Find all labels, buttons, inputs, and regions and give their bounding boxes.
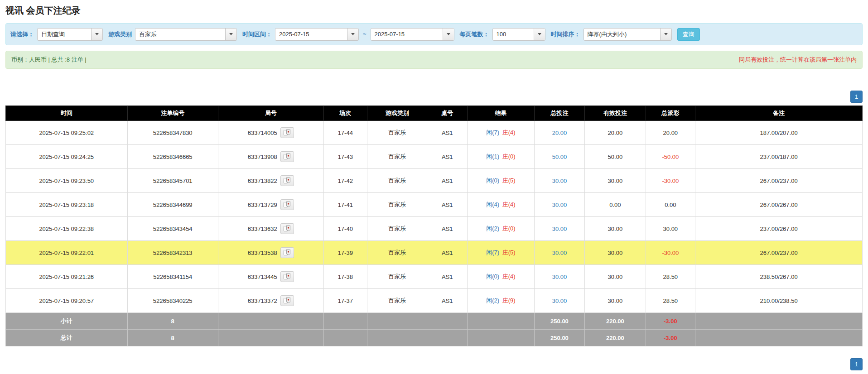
cell-bet-id: 522658344699 <box>127 193 218 217</box>
total-bet-link[interactable]: 30.00 <box>552 177 567 184</box>
cards-icon <box>283 153 291 161</box>
cell-remark: 237.00/267.00 <box>695 217 863 241</box>
column-header: 局号 <box>218 106 323 121</box>
round-result-button[interactable] <box>280 127 294 138</box>
summary-row: 小计 8 250.00 220.00 -3.00 <box>6 313 863 330</box>
cell-result: 闲(7) 庄(4) <box>468 121 534 145</box>
summary-empty-cell <box>427 330 468 346</box>
cards-icon <box>283 129 291 137</box>
per-page-caret-button[interactable] <box>534 29 545 40</box>
cell-total-bet: 30.00 <box>534 217 585 241</box>
cell-total-bet: 30.00 <box>534 289 585 313</box>
summary-empty-cell <box>218 330 323 346</box>
summary-count: 8 <box>127 330 218 346</box>
round-result-button[interactable] <box>280 199 294 210</box>
round-result-button[interactable] <box>280 295 294 306</box>
round-result-button[interactable] <box>280 247 294 258</box>
summary-payout: -3.00 <box>646 330 695 346</box>
round-id-text: 633714005 <box>248 129 277 136</box>
result-banker: 庄(5) <box>502 249 516 256</box>
round-result-button[interactable] <box>280 175 294 186</box>
result-banker: 庄(5) <box>502 177 516 184</box>
total-bet-link[interactable]: 30.00 <box>552 225 567 232</box>
round-result-button[interactable] <box>280 151 294 162</box>
cell-session: 17-43 <box>323 145 367 169</box>
per-page-select[interactable]: 100 <box>492 28 545 41</box>
table-row: 2025-07-15 09:22:01 522658342313 6337135… <box>6 241 863 265</box>
date-to-input[interactable]: 2025-07-15 <box>371 28 454 41</box>
date-range-group: 时间区间： 2025-07-15 ~ 2025-07-15 <box>242 28 454 41</box>
cell-table-no: AS1 <box>427 289 468 313</box>
page-1-button-bottom[interactable]: 1 <box>850 358 863 370</box>
total-bet-link[interactable]: 50.00 <box>552 153 567 160</box>
time-sort-select[interactable]: 降幂(由大到小) <box>583 28 672 41</box>
game-category-select[interactable]: 百家乐 <box>135 28 237 41</box>
date-from-caret-button[interactable] <box>347 29 358 40</box>
cell-game-category: 百家乐 <box>367 121 427 145</box>
chevron-down-icon <box>351 33 355 35</box>
cell-session: 17-40 <box>323 217 367 241</box>
query-type-value: 日期查询 <box>38 29 91 40</box>
cell-total-bet: 30.00 <box>534 169 585 193</box>
cell-result: 闲(0) 庄(4) <box>468 265 534 289</box>
cards-icon <box>283 177 291 185</box>
result-player: 闲(7) <box>486 129 499 136</box>
result-banker: 庄(0) <box>502 225 516 232</box>
per-page-label: 每页笔数： <box>460 30 489 38</box>
cell-game-category: 百家乐 <box>367 169 427 193</box>
cell-game-category: 百家乐 <box>367 193 427 217</box>
summary-empty-cell <box>468 313 534 330</box>
query-type-select[interactable]: 日期查询 <box>37 28 103 41</box>
table-row: 2025-07-15 09:25:02 522658347830 6337140… <box>6 121 863 145</box>
summary-info-bar: 币别：人民币 | 总共 :8 注单 | 同局有效投注，统一计算在该局第一张注单内 <box>5 51 863 69</box>
cell-valid-bet: 20.00 <box>585 121 646 145</box>
query-type-group: 请选择： 日期查询 <box>10 28 103 41</box>
summary-empty-cell <box>367 330 427 346</box>
cell-table-no: AS1 <box>427 217 468 241</box>
table-footer: 小计 8 250.00 220.00 -3.00 总计 8 250.00 220… <box>6 313 863 346</box>
date-range-label: 时间区间： <box>242 30 272 38</box>
search-button[interactable]: 查询 <box>677 28 700 41</box>
round-id-text: 633713822 <box>248 177 277 184</box>
column-header: 备注 <box>695 106 863 121</box>
summary-empty-cell <box>468 330 534 346</box>
page: 视讯 会员下注纪录 请选择： 日期查询 游戏类别 百家乐 时间区间： 2025-… <box>0 0 868 370</box>
date-from-input[interactable]: 2025-07-15 <box>275 28 359 41</box>
result-banker: 庄(0) <box>502 153 516 160</box>
summary-empty-cell <box>427 313 468 330</box>
time-sort-group: 时间排序： 降幂(由大到小) <box>551 28 672 41</box>
total-bet-link[interactable]: 30.00 <box>552 273 567 280</box>
cell-valid-bet: 30.00 <box>585 217 646 241</box>
cards-icon <box>283 273 291 281</box>
chevron-down-icon <box>95 33 99 35</box>
page-1-button[interactable]: 1 <box>850 91 863 103</box>
round-id-text: 633713632 <box>248 225 277 232</box>
cell-time: 2025-07-15 09:20:57 <box>6 289 128 313</box>
cards-icon <box>283 249 291 257</box>
query-type-caret-button[interactable] <box>91 29 102 40</box>
cell-valid-bet: 0.00 <box>585 193 646 217</box>
round-result-button[interactable] <box>280 271 294 282</box>
cell-time: 2025-07-15 09:24:25 <box>6 145 128 169</box>
cell-result: 闲(0) 庄(5) <box>468 169 534 193</box>
time-sort-caret-button[interactable] <box>660 29 671 40</box>
result-player: 闲(1) <box>486 153 499 160</box>
game-category-value: 百家乐 <box>135 29 225 40</box>
cell-round-id: 633713908 <box>218 145 323 169</box>
total-bet-link[interactable]: 30.00 <box>552 249 567 256</box>
total-bet-link[interactable]: 30.00 <box>552 201 567 208</box>
summary-valid-bet: 220.00 <box>585 330 646 346</box>
cell-round-id: 633713538 <box>218 241 323 265</box>
cell-total-bet: 50.00 <box>534 145 585 169</box>
total-bet-link[interactable]: 20.00 <box>552 129 567 136</box>
cell-round-id: 633713445 <box>218 265 323 289</box>
summary-empty-cell <box>218 313 323 330</box>
date-to-caret-button[interactable] <box>443 29 454 40</box>
game-category-group: 游戏类别 百家乐 <box>108 28 237 41</box>
total-bet-link[interactable]: 30.00 <box>552 297 567 304</box>
column-header: 总投注 <box>534 106 585 121</box>
game-category-label: 游戏类别 <box>108 30 132 38</box>
cell-bet-id: 522658347830 <box>127 121 218 145</box>
game-category-caret-button[interactable] <box>225 29 236 40</box>
round-result-button[interactable] <box>280 223 294 234</box>
